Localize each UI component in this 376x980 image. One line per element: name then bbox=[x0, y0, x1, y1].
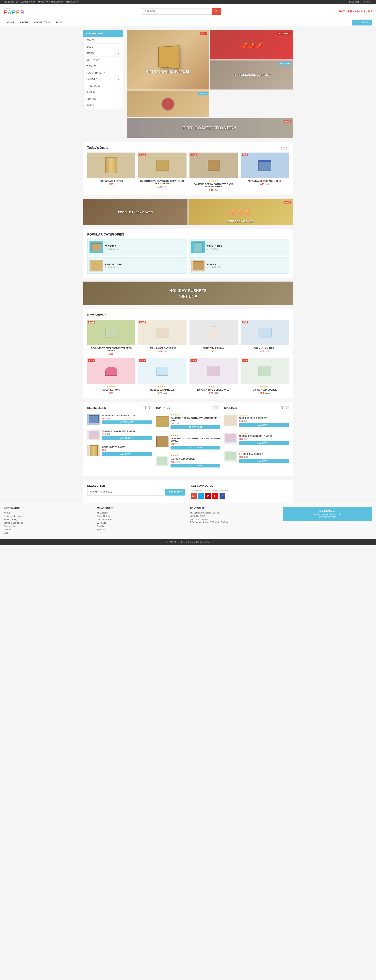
footer-contact[interactable]: Contact Us bbox=[4, 525, 93, 527]
footer-specials-link[interactable]: Specials bbox=[97, 528, 186, 531]
footer-gift-certificates[interactable]: Gift Certificates bbox=[97, 518, 186, 521]
badge-text: Get the best templates to helpyour onlin… bbox=[286, 513, 369, 518]
arrival-8-price: 96$ 120$ bbox=[241, 392, 289, 395]
nav-contact[interactable]: CONTACT US bbox=[32, 19, 53, 26]
specials-prev[interactable]: ◀ bbox=[280, 406, 284, 409]
main-banner[interactable]: SALE GIFT PACKAGING SUPPLIES bbox=[127, 30, 209, 89]
holiday-arrow: ► bbox=[117, 78, 120, 81]
ribbon-arrow: ► bbox=[117, 52, 120, 55]
arrival-2-price: 24$ 30$ bbox=[138, 350, 186, 353]
sidebar-item-bags[interactable]: BAGS bbox=[84, 44, 123, 50]
currency-selector[interactable]: $ USD bbox=[364, 1, 370, 3]
bestsellers-prev[interactable]: ◀ bbox=[143, 406, 147, 409]
sidebar-item-party[interactable]: PARTY bbox=[84, 102, 123, 109]
footer-wish-list[interactable]: Wish List bbox=[97, 522, 186, 524]
google-plus-icon[interactable]: G+ bbox=[191, 493, 197, 499]
newsletter-email-input[interactable] bbox=[87, 489, 164, 496]
bestseller-2-add-to-cart[interactable]: ADD TO CART bbox=[102, 436, 152, 440]
special-1-info: ★★★★☆ 1000 X A6 SELF ADHESIVE 24$ 30$ AD… bbox=[239, 414, 289, 427]
language-selector[interactable]: ENGLISH bbox=[349, 1, 358, 3]
footer-privacy[interactable]: Privacy Policy bbox=[4, 518, 93, 521]
checkout-link[interactable]: CHECKOUT bbox=[65, 1, 78, 3]
footer-terms[interactable]: Terms & Conditions bbox=[4, 522, 93, 524]
arrival-7-name: 1500MM X 100M BUBBLE WRAP bbox=[190, 389, 238, 391]
top-rated-1-add-to-cart[interactable]: ADD TO CART bbox=[170, 425, 220, 429]
sidebar-item-floral[interactable]: FLORAL bbox=[84, 89, 123, 96]
special-3-add-to-cart[interactable]: ADD TO CART bbox=[239, 459, 289, 463]
food-bakery-label: FOOD / BAKERY BOXES bbox=[118, 210, 153, 214]
cart-button[interactable]: 🛒 CART: 0 bbox=[352, 19, 372, 25]
search-input[interactable] bbox=[142, 8, 212, 14]
grocery-banner[interactable]: 🥚🥚🥚 SALE GROCERY BOXES bbox=[188, 199, 293, 225]
newsletter-subscribe-btn[interactable]: SUBSCRIBE bbox=[166, 489, 185, 496]
sidebar-item-tins[interactable]: TINS / JARS bbox=[84, 83, 123, 89]
bestseller-3-add-to-cart[interactable]: ADD TO CART bbox=[102, 452, 152, 456]
search-button[interactable]: 🔍 bbox=[212, 8, 221, 14]
pinterest-icon[interactable]: P bbox=[205, 493, 211, 499]
facebook-icon[interactable]: f bbox=[220, 493, 225, 499]
food-bakery-banner[interactable]: FOOD / BAKERY BOXES bbox=[83, 199, 188, 225]
footer-about[interactable]: About bbox=[4, 512, 93, 514]
footer-brands[interactable]: Brands bbox=[97, 525, 186, 527]
bestsellers-next[interactable]: ▶ bbox=[148, 406, 152, 409]
footer-blog[interactable]: Blog bbox=[4, 532, 93, 534]
bestseller-1-add-to-cart[interactable]: ADD TO CART bbox=[102, 420, 152, 424]
three-column-layout: BESTSELLERS ◀ ▶ MOVING AND STORAGE BOXES… bbox=[87, 406, 289, 473]
deals-prev-arrow[interactable]: ◀ bbox=[279, 146, 284, 150]
my-account-link[interactable]: MY ACCOUNT bbox=[4, 1, 18, 3]
deal-product-3-price: 64$ 80$ bbox=[190, 188, 238, 191]
nav-links: HOME ABOUT CONTACT US BLOG bbox=[4, 19, 65, 26]
social-text: Like, share, or follow for exclusive inf… bbox=[191, 489, 289, 492]
nav-about[interactable]: ABOUT bbox=[17, 19, 32, 26]
arrival-7-img bbox=[190, 358, 238, 384]
footer-order-history[interactable]: Order History bbox=[97, 515, 186, 517]
bestseller-1-img bbox=[87, 414, 100, 425]
product-compare-link[interactable]: PRODUCT COMPARE (0) bbox=[38, 1, 63, 3]
sidebar-item-tissues[interactable]: TISSUES bbox=[84, 63, 123, 70]
cat-count-tins: 3 PRODUCTS bbox=[207, 248, 222, 250]
top-rated-next[interactable]: ▶ bbox=[217, 406, 220, 409]
sidebar-item-ribbon[interactable]: RIBBON ► bbox=[84, 50, 123, 57]
sidebar-item-foodbakery[interactable]: FOOD / BAKERY bbox=[84, 70, 123, 76]
sidebar-item-boxes[interactable]: BOXES bbox=[84, 37, 123, 44]
wish-list-link[interactable]: WISH LIST (0) bbox=[21, 1, 35, 3]
top-rated-2-add-to-cart[interactable]: ADD TO CART bbox=[170, 446, 220, 450]
sidebar: CATEGORIES BOXES BAGS RIBBON ► GIFT WRAP… bbox=[83, 30, 123, 138]
cat-card-tissues[interactable]: TISSUES 4 PRODUCTS bbox=[87, 239, 187, 256]
get-connected-title: GET CONNECTED bbox=[191, 484, 289, 487]
arrival-1-sale: SALE bbox=[88, 321, 95, 323]
youtube-icon[interactable]: ▶ bbox=[212, 493, 218, 499]
top-rated-3-add-to-cart[interactable]: ADD TO CART bbox=[170, 464, 220, 468]
holiday-banner[interactable]: HOLIDAY BUSKETSGIFT BOX bbox=[83, 282, 293, 305]
specials-next[interactable]: ▶ bbox=[285, 406, 289, 409]
nav-blog[interactable]: BLOG bbox=[53, 19, 65, 26]
twitter-icon[interactable]: t bbox=[198, 493, 204, 499]
sidebar-item-holiday[interactable]: HOLIDAY ► bbox=[84, 76, 123, 83]
cat-count-boxes: 6 PRODUCTS bbox=[207, 266, 220, 268]
cat-card-tins[interactable]: TINS / JARS 3 PRODUCTS bbox=[189, 239, 289, 256]
navigation: HOME ABOUT CONTACT US BLOG 🛒 CART: 0 bbox=[0, 19, 376, 26]
sub-banner-1[interactable]: Food/Bakery 🌶️🌶️🌶️ bbox=[210, 30, 293, 59]
nav-home[interactable]: HOME bbox=[4, 19, 17, 26]
sub-banner-3[interactable]: Gift Wrap bbox=[127, 91, 209, 117]
cat-card-cardboard[interactable]: CARDBOARD 5 PRODUCTS bbox=[87, 258, 187, 274]
sidebar-item-crafts[interactable]: CRAFTS bbox=[84, 96, 123, 102]
footer-my-account[interactable]: My Account bbox=[97, 512, 186, 514]
confectionery-banner[interactable]: SALE FOR CONFECTIONERY bbox=[127, 118, 293, 138]
popular-cats-container: POPULAR CATEGORIES TISSUES 4 PRODUCTS TI bbox=[80, 229, 297, 278]
footer-returns[interactable]: Returns bbox=[4, 528, 93, 531]
bestseller-2: 1500MM X 100M BUBBLE WRAP 52$ 70$ ADD TO… bbox=[87, 430, 152, 443]
cat-card-boxes[interactable]: BOXES 6 PRODUCTS bbox=[189, 258, 289, 274]
deals-next-arrow[interactable]: ▶ bbox=[285, 146, 289, 150]
special-1-add-to-cart[interactable]: ADD TO CART bbox=[239, 423, 289, 427]
sidebar-item-giftwrap[interactable]: GIFT WRAP bbox=[84, 57, 123, 63]
logo[interactable]: MARKET PAPER bbox=[4, 7, 24, 16]
cat-name-tissues: TISSUES bbox=[105, 245, 118, 248]
deal-product-2-img bbox=[138, 153, 186, 178]
sub-banner-2[interactable]: SALE GIFT PACKAGING SUPPLIES Paper Boxes bbox=[210, 60, 293, 90]
special-2-add-to-cart[interactable]: ADD TO CART bbox=[239, 441, 289, 445]
arrival-3-name: FOAM 2MM X 250MM bbox=[190, 347, 238, 349]
footer-delivery[interactable]: Delivery Information bbox=[4, 515, 93, 517]
top-rated-prev[interactable]: ◀ bbox=[212, 406, 215, 409]
grocery-sale-badge: SALE bbox=[284, 201, 291, 204]
